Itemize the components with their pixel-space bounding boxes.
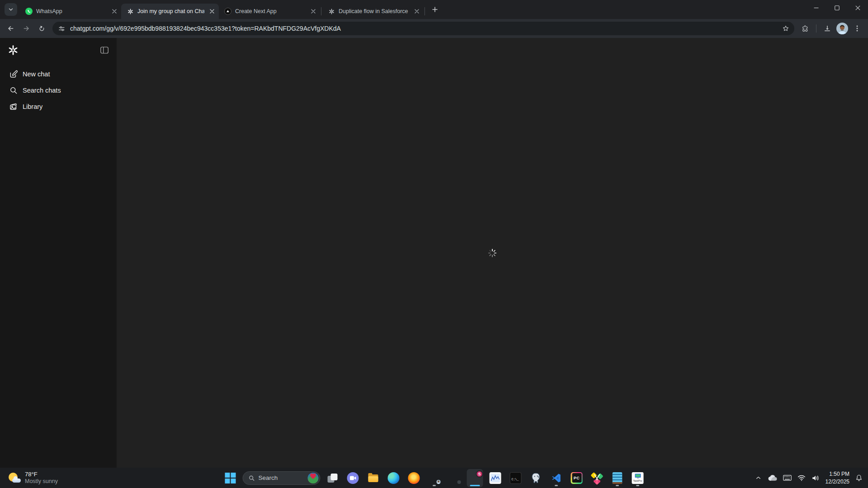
- running-indicator: [555, 485, 558, 486]
- clock-time: 1:50 PM: [826, 470, 849, 478]
- whatsapp-icon: [25, 8, 33, 15]
- file-explorer-button[interactable]: [365, 469, 382, 487]
- taskpro-button[interactable]: TaskPro: [630, 469, 646, 487]
- tab-create-next-app[interactable]: Create Next App: [219, 4, 320, 19]
- chat-app-button[interactable]: [345, 469, 361, 487]
- browser-profile-avatar[interactable]: [836, 23, 848, 34]
- command-prompt-button[interactable]: C:\_: [508, 469, 524, 487]
- tab-close-icon[interactable]: [110, 7, 118, 15]
- tab-search-button[interactable]: [5, 3, 17, 16]
- chrome-profile-2-button[interactable]: [447, 469, 463, 487]
- sidebar-toggle-icon[interactable]: [99, 45, 109, 55]
- maximize-button[interactable]: [826, 0, 847, 15]
- search-icon: [9, 86, 18, 95]
- firefox-button[interactable]: [406, 469, 422, 487]
- tab-title: Join my group chat on ChatGPT: [137, 8, 204, 14]
- plus-icon: [432, 6, 438, 13]
- nextjs-icon: [224, 8, 231, 15]
- chrome-profile-1-button[interactable]: [426, 469, 443, 487]
- weather-text: 78°F Mostly sunny: [25, 471, 58, 485]
- sidebar-header: [0, 38, 117, 56]
- tab-separator: [425, 7, 425, 15]
- tab-close-icon[interactable]: [309, 7, 317, 15]
- url-text[interactable]: chatgpt.com/gg/v/692e995bdb988193824bec9…: [70, 25, 782, 32]
- tab-close-icon[interactable]: [413, 7, 421, 15]
- windows-logo-icon: [225, 473, 236, 483]
- taskbar-center: Search: [222, 468, 646, 488]
- taskbar-search-box[interactable]: Search: [243, 471, 321, 485]
- sidebar-item-label: Search chats: [23, 87, 61, 94]
- running-indicator: [616, 485, 619, 486]
- snipping-tool-button[interactable]: [589, 469, 605, 487]
- wifi-icon[interactable]: [797, 474, 806, 481]
- tab-close-icon[interactable]: [208, 7, 216, 15]
- toolbar-divider: [816, 24, 816, 33]
- snipping-tool-icon: [591, 472, 603, 484]
- sidebar-menu: New chat Search chats: [0, 66, 117, 115]
- chatgpt-sidebar: New chat Search chats: [0, 38, 117, 468]
- file-explorer-icon: [368, 472, 379, 484]
- taskpro-icon: TaskPro: [632, 472, 644, 484]
- toolbar-right-cluster: [798, 21, 864, 36]
- chevron-down-icon: [8, 6, 14, 13]
- forward-button[interactable]: [19, 21, 33, 36]
- profile-avatar-badge: [436, 479, 442, 485]
- reload-button[interactable]: [34, 21, 49, 36]
- sidebar-item-search-chats[interactable]: Search chats: [5, 82, 112, 99]
- sidebar-item-new-chat[interactable]: New chat: [5, 66, 112, 82]
- hidden-icons-chevron[interactable]: [755, 474, 762, 481]
- downloads-icon[interactable]: [820, 21, 835, 36]
- address-bar[interactable]: chatgpt.com/gg/v/692e995bdb988193824bec9…: [52, 22, 794, 35]
- weather-condition: Mostly sunny: [25, 478, 58, 485]
- tab-duplicate-flow-salesforce[interactable]: Duplicate flow in Salesforce: [322, 4, 424, 19]
- start-button[interactable]: [222, 469, 239, 487]
- postgresql-icon: [530, 472, 542, 484]
- tab-title: WhatsApp: [36, 8, 107, 14]
- tab-chatgpt-group-chat[interactable]: Join my group chat on ChatGPT: [121, 4, 219, 19]
- running-indicator: [636, 485, 639, 486]
- windows-taskbar: 78°F Mostly sunny Search: [0, 468, 868, 488]
- minimize-button[interactable]: [806, 0, 826, 15]
- profile-letter-badge: S: [476, 470, 483, 478]
- sidebar-item-label: Library: [23, 103, 42, 110]
- back-button[interactable]: [4, 21, 18, 36]
- tab-title: Duplicate flow in Salesforce: [339, 8, 409, 14]
- chrome-active-window-button[interactable]: S: [467, 469, 483, 487]
- onedrive-icon[interactable]: [768, 474, 777, 481]
- touch-keyboard-icon[interactable]: [783, 474, 792, 481]
- extensions-icon[interactable]: [798, 21, 812, 36]
- taskbar-clock[interactable]: 1:50 PM 12/2/2025: [826, 470, 849, 485]
- weather-widget[interactable]: 78°F Mostly sunny: [4, 468, 62, 488]
- bookmark-star-icon[interactable]: [782, 24, 790, 33]
- task-manager-button[interactable]: [487, 469, 504, 487]
- notepad-button[interactable]: [609, 469, 626, 487]
- mostly-sunny-icon: [8, 472, 21, 484]
- browser-tabstrip: WhatsApp Join my group chat on ChatGPT: [0, 0, 868, 19]
- tab-whatsapp[interactable]: WhatsApp: [20, 4, 121, 19]
- tab-separator: [321, 7, 321, 15]
- search-placeholder: Search: [259, 474, 304, 481]
- vscode-button[interactable]: [548, 469, 565, 487]
- task-view-button[interactable]: [325, 469, 341, 487]
- sidebar-item-label: New chat: [23, 70, 50, 78]
- notification-bell-icon[interactable]: [855, 474, 863, 482]
- new-tab-button[interactable]: [429, 3, 441, 16]
- close-window-button[interactable]: [847, 0, 868, 15]
- browser-menu-icon[interactable]: [850, 21, 864, 36]
- sidebar-item-library[interactable]: Library: [5, 99, 112, 115]
- clock-date: 12/2/2025: [826, 478, 849, 485]
- compose-icon: [9, 70, 18, 79]
- desktop-screen: WhatsApp Join my group chat on ChatGPT: [0, 0, 868, 488]
- volume-icon[interactable]: [811, 474, 820, 482]
- firefox-icon: [408, 472, 420, 484]
- pycharm-button[interactable]: PC: [569, 469, 585, 487]
- site-settings-icon[interactable]: [58, 25, 66, 33]
- chatgpt-main-area: [117, 38, 868, 468]
- system-tray: 1:50 PM 12/2/2025: [755, 468, 866, 488]
- tab-title: Create Next App: [235, 8, 306, 14]
- performance-graph-icon: [490, 472, 501, 484]
- profile-badge: [457, 479, 462, 485]
- edge-icon: [388, 472, 400, 484]
- edge-button[interactable]: [386, 469, 402, 487]
- postgresql-button[interactable]: [528, 469, 544, 487]
